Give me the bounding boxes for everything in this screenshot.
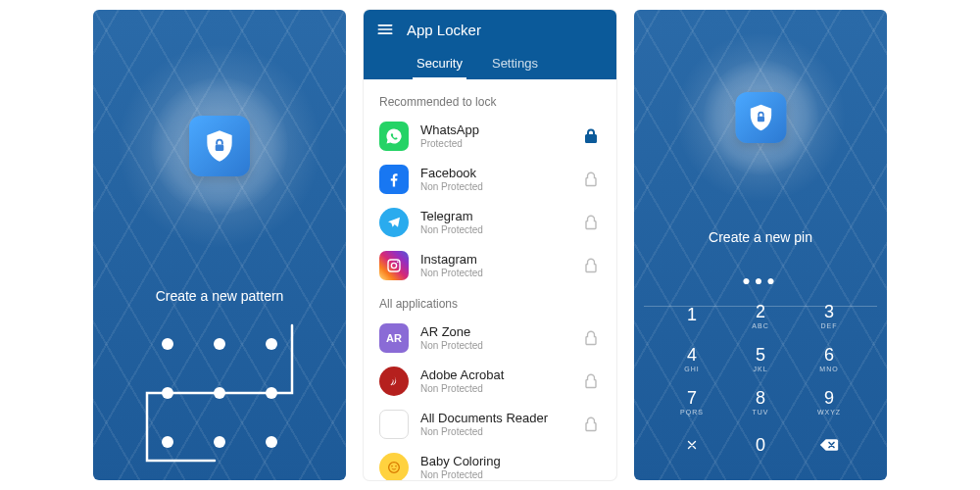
svg-point-5 <box>391 466 393 467</box>
screen-app-list: App Locker Security Settings Recommended… <box>364 10 616 480</box>
key-7[interactable]: 7PQRS <box>658 380 726 423</box>
baby-coloring-icon <box>379 453 409 480</box>
screen-create-pin: Create a new pin ●●● 1 2ABC 3DEF 4GHI 5J… <box>634 10 887 480</box>
logo-glow <box>117 43 322 249</box>
key-0[interactable]: 0 <box>726 423 795 466</box>
key-2[interactable]: 2ABC <box>726 294 795 337</box>
svg-point-4 <box>389 463 400 473</box>
tab-security[interactable]: Security <box>413 49 466 79</box>
app-name: Adobe Acrobat <box>420 368 569 383</box>
section-header-recommended: Recommended to lock <box>364 85 616 115</box>
list-item[interactable]: AR AR Zone Non Protected <box>364 317 616 360</box>
lock-outline-icon <box>584 416 598 432</box>
pattern-dot[interactable] <box>266 436 277 448</box>
app-name: Baby Coloring <box>420 455 569 469</box>
app-logo <box>735 92 786 143</box>
svg-rect-7 <box>757 116 763 122</box>
pin-dots: ●●● <box>634 272 887 288</box>
lock-filled-icon <box>584 128 598 144</box>
logo-glow <box>675 31 847 203</box>
app-name: WhatsApp <box>420 123 569 138</box>
pattern-prompt: Create a new pattern <box>93 288 346 304</box>
app-status: Non Protected <box>420 383 569 395</box>
pin-prompt: Create a new pin <box>634 229 887 245</box>
lock-toggle[interactable] <box>581 258 601 273</box>
lock-toggle[interactable] <box>581 215 601 230</box>
app-name: Facebook <box>420 167 569 181</box>
documents-reader-icon <box>379 410 409 439</box>
shield-lock-icon <box>745 102 776 133</box>
key-9[interactable]: 9WXYZ <box>795 380 863 423</box>
lock-outline-icon <box>584 330 598 346</box>
app-status: Non Protected <box>420 224 569 236</box>
instagram-icon <box>379 251 409 280</box>
app-status: Non Protected <box>420 181 569 193</box>
backspace-icon <box>819 438 839 452</box>
app-name: AR Zone <box>420 325 569 340</box>
shield-lock-icon <box>201 127 238 165</box>
arzone-icon: AR <box>379 323 409 353</box>
pattern-dot[interactable] <box>266 338 277 350</box>
tabs: Security Settings <box>375 49 605 79</box>
pattern-dot[interactable] <box>214 387 225 399</box>
telegram-icon <box>379 208 409 237</box>
app-status: Non Protected <box>420 268 569 279</box>
section-header-all: All applications <box>364 287 616 317</box>
list-item[interactable]: All Documents Reader Non Protected <box>364 403 616 446</box>
list-item[interactable]: Telegram Non Protected <box>364 201 616 244</box>
key-8[interactable]: 8TUV <box>726 380 795 423</box>
key-cancel[interactable] <box>658 423 726 466</box>
key-backspace[interactable] <box>795 423 863 466</box>
lock-toggle[interactable] <box>581 416 601 432</box>
acrobat-icon <box>379 367 409 396</box>
lock-outline-icon <box>584 172 598 187</box>
app-name: Instagram <box>420 253 569 268</box>
lock-outline-icon <box>584 215 598 230</box>
close-icon <box>685 438 699 452</box>
key-4[interactable]: 4GHI <box>658 337 726 380</box>
app-logo <box>189 116 250 176</box>
keypad: 1 2ABC 3DEF 4GHI 5JKL 6MNO 7PQRS 8TUV 9W… <box>634 294 887 466</box>
svg-point-2 <box>391 263 396 268</box>
app-title: App Locker <box>407 22 481 38</box>
pattern-dot[interactable] <box>214 436 225 448</box>
pattern-dot[interactable] <box>162 387 173 399</box>
app-status: Non Protected <box>420 469 569 480</box>
lock-toggle[interactable] <box>581 172 601 187</box>
pattern-dot[interactable] <box>266 387 277 399</box>
tab-settings[interactable]: Settings <box>488 49 542 79</box>
pattern-dot[interactable] <box>162 436 173 448</box>
list-item[interactable]: Instagram Non Protected <box>364 244 616 287</box>
app-name: Telegram <box>420 210 569 224</box>
key-5[interactable]: 5JKL <box>726 337 795 380</box>
topbar: App Locker Security Settings <box>364 10 616 79</box>
lock-outline-icon <box>584 258 598 273</box>
lock-toggle[interactable] <box>581 330 601 346</box>
app-status: Non Protected <box>420 426 569 438</box>
app-name: All Documents Reader <box>420 412 569 426</box>
whatsapp-icon <box>379 122 409 151</box>
pattern-dot[interactable] <box>214 338 225 350</box>
svg-point-3 <box>397 261 399 263</box>
key-6[interactable]: 6MNO <box>795 337 863 380</box>
lock-toggle[interactable] <box>581 128 601 144</box>
svg-point-6 <box>395 466 397 467</box>
list-item[interactable]: Baby Coloring Non Protected <box>364 446 616 480</box>
svg-rect-0 <box>216 144 224 151</box>
pattern-grid[interactable] <box>141 319 298 466</box>
list-item[interactable]: WhatsApp Protected <box>364 115 616 158</box>
facebook-icon <box>379 165 409 194</box>
lock-toggle[interactable] <box>581 373 601 389</box>
app-list[interactable]: Recommended to lock WhatsApp Protected F… <box>364 79 616 480</box>
screen-create-pattern: Create a new pattern <box>93 10 346 480</box>
key-3[interactable]: 3DEF <box>795 294 863 337</box>
hamburger-icon[interactable] <box>375 20 395 39</box>
pattern-dot[interactable] <box>162 338 173 350</box>
list-item[interactable]: Facebook Non Protected <box>364 158 616 201</box>
lock-outline-icon <box>584 373 598 389</box>
key-1[interactable]: 1 <box>658 294 726 337</box>
list-item[interactable]: Adobe Acrobat Non Protected <box>364 360 616 403</box>
app-status: Protected <box>420 138 569 150</box>
app-status: Non Protected <box>420 340 569 352</box>
